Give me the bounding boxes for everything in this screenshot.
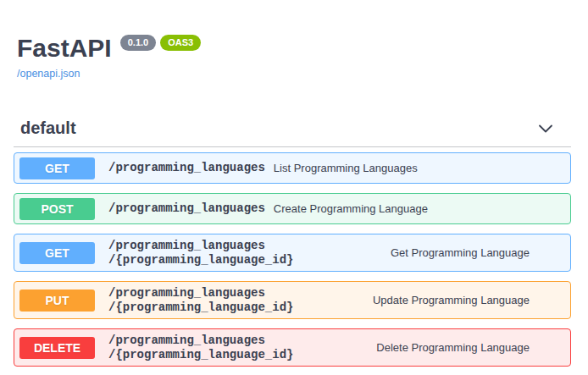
version-badge: 0.1.0 xyxy=(120,35,156,51)
collapse-section-button[interactable] xyxy=(537,120,554,137)
endpoint-description: Delete Programming Language xyxy=(376,341,530,354)
method-badge: PUT xyxy=(19,290,95,312)
section-title: default xyxy=(20,119,76,138)
endpoint-row-get-list[interactable]: GET /programming_languages List Programm… xyxy=(14,152,571,184)
section-default-header[interactable]: default xyxy=(14,119,571,147)
endpoint-description: Update Programming Language xyxy=(373,294,530,306)
endpoint-list: GET /programming_languages List Programm… xyxy=(14,152,571,367)
swagger-ui-page: FastAPI 0.1.0 OAS3 /openapi.json default… xyxy=(0,0,588,367)
api-info-section: FastAPI 0.1.0 OAS3 /openapi.json xyxy=(14,0,571,80)
method-badge: POST xyxy=(19,198,95,220)
endpoint-description: List Programming Languages xyxy=(274,162,418,174)
endpoint-path: /programming_languages /{programming_lan… xyxy=(108,239,293,267)
endpoint-path: /programming_languages /{programming_lan… xyxy=(108,286,293,315)
endpoint-path: /programming_languages xyxy=(108,201,265,216)
oas3-badge: OAS3 xyxy=(160,35,201,51)
endpoint-path: /programming_languages xyxy=(108,161,265,175)
openapi-spec-link[interactable]: /openapi.json xyxy=(17,68,80,80)
title-badges: 0.1.0 OAS3 xyxy=(120,35,201,51)
endpoint-row-get-one[interactable]: GET /programming_languages /{programming… xyxy=(14,234,571,272)
page-title: FastAPI xyxy=(17,35,112,62)
endpoint-path: /programming_languages /{programming_lan… xyxy=(108,334,293,362)
endpoint-description: Get Programming Language xyxy=(391,246,530,259)
method-badge: GET xyxy=(19,157,95,179)
method-badge: GET xyxy=(19,242,95,264)
endpoint-row-delete[interactable]: DELETE /programming_languages /{programm… xyxy=(14,328,571,367)
endpoint-description: Create Programming Language xyxy=(274,202,428,215)
title-row: FastAPI 0.1.0 OAS3 xyxy=(17,35,568,62)
chevron-down-icon xyxy=(537,120,554,137)
method-badge: DELETE xyxy=(19,337,95,359)
endpoint-row-post-create[interactable]: POST /programming_languages Create Progr… xyxy=(14,193,571,224)
endpoint-row-put-update[interactable]: PUT /programming_languages /{programming… xyxy=(14,281,571,319)
